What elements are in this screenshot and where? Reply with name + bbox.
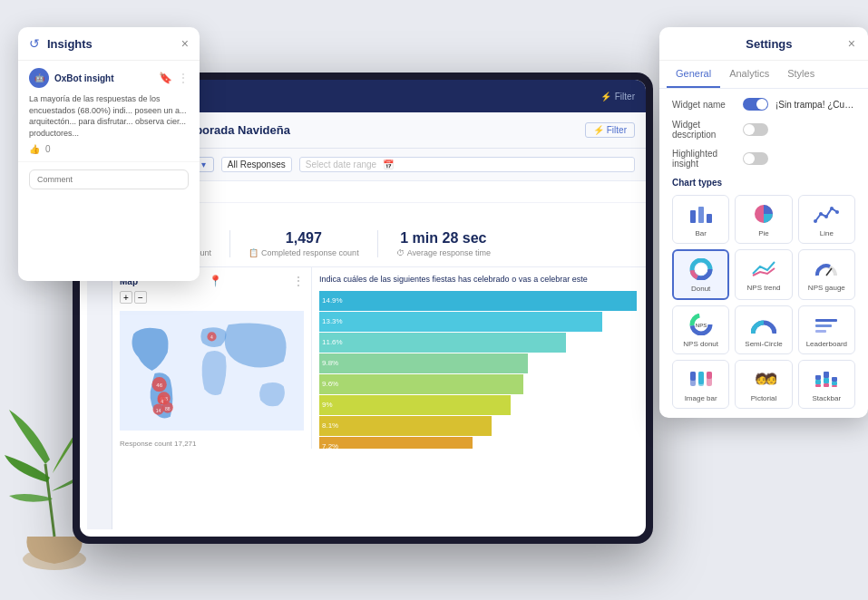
bar-segment: 7.2%	[319, 437, 473, 449]
bar-row: 9.6%	[319, 374, 639, 394]
svg-rect-34	[815, 330, 826, 333]
chart-type-label: Leaderboard	[806, 340, 847, 348]
settings-close-button[interactable]: ×	[848, 36, 855, 51]
chart-type-donut[interactable]: Donut	[672, 249, 729, 300]
avg-response-value: 1 min 28 sec	[400, 230, 486, 247]
svg-rect-40	[707, 372, 712, 379]
highlighted-insight-toggle[interactable]	[743, 152, 768, 165]
response-status-select[interactable]: All Responses	[221, 157, 292, 172]
settings-title: Settings	[690, 37, 848, 51]
chart-type-pie[interactable]: Pie	[735, 195, 792, 244]
bar-segment: 9.8%	[319, 353, 528, 373]
insight-item-header: 🤖 OxBot insight 🔖 ⋮	[29, 68, 189, 88]
svg-point-21	[830, 207, 834, 210]
chart-type-nps-trend[interactable]: NPS trend	[735, 249, 792, 300]
svg-rect-38	[698, 372, 704, 384]
settings-tabs: General Analytics Styles	[659, 61, 868, 89]
svg-rect-49	[832, 377, 837, 382]
svg-rect-14	[690, 210, 696, 223]
settings-body: Widget name ¡Sin trampa! ¿Cuál fue el pr…	[659, 89, 868, 418]
bar-row: 11.6%	[319, 333, 639, 353]
highlighted-insight-label: Highlighted insight	[672, 149, 736, 169]
bar-row: 8.1%	[319, 416, 639, 436]
chart-type-image-bar[interactable]: Image bar	[672, 360, 729, 409]
zoom-out-button[interactable]: −	[134, 291, 147, 304]
semi-circle-icon	[749, 312, 778, 337]
bar-row: 9.8%	[319, 353, 639, 373]
bar-row: 9%	[319, 395, 639, 415]
svg-point-20	[824, 215, 828, 218]
bookmark-icon[interactable]: 🔖	[159, 72, 172, 84]
completed-response-label: 📋 Completed response count	[249, 248, 359, 257]
widget-description-label: Widget description	[672, 120, 736, 140]
widget-name-toggle[interactable]	[743, 98, 768, 111]
chart-type-label: Semi-Circle	[745, 340, 782, 348]
svg-rect-16	[707, 214, 712, 223]
nps-gauge-icon	[812, 256, 841, 281]
navbar-filter-button[interactable]: ⚡ Filter	[585, 122, 635, 138]
highlighted-insight-row: Highlighted insight	[672, 149, 855, 169]
svg-rect-47	[824, 378, 829, 383]
widget-description-toggle[interactable]	[743, 123, 768, 136]
chart-types-title: Chart types	[672, 178, 855, 188]
chart-type-bar[interactable]: Bar	[672, 195, 729, 244]
bar-row: 14.9%	[319, 291, 639, 311]
bar-segment: 14.9%	[319, 291, 637, 311]
chart-type-nps-gauge[interactable]: NPS gauge	[798, 249, 855, 300]
svg-point-19	[819, 212, 823, 216]
filter-button[interactable]: ⚡ Filter	[600, 92, 635, 102]
widget-name-label: Widget name	[672, 100, 736, 110]
nps-trend-icon	[749, 256, 778, 281]
comment-input[interactable]	[29, 169, 189, 189]
tab-analytics[interactable]: Analytics	[720, 61, 778, 88]
svg-text:🧑: 🧑	[765, 372, 776, 385]
chart-type-line[interactable]: Line	[798, 195, 855, 244]
bar-row: 7.2%	[319, 437, 639, 449]
charts-row: Map 📍 ⋮ + −	[112, 267, 646, 449]
completed-response-value: 1,497	[286, 230, 322, 247]
zoom-in-button[interactable]: +	[120, 291, 132, 304]
tab-styles[interactable]: Styles	[778, 61, 824, 88]
tab-general[interactable]: General	[667, 61, 720, 88]
map-response-count: Response count 17,271	[120, 440, 304, 448]
chart-type-pictorial[interactable]: 🧑🧑Pictorial	[735, 360, 792, 409]
like-icon[interactable]: 👍	[29, 144, 40, 154]
bar-segment: 9.6%	[319, 374, 523, 394]
chart-type-label: NPS trend	[747, 284, 781, 292]
chart-type-nps-donut[interactable]: NPSNPS donut	[672, 305, 729, 354]
chart-type-label: Bar	[695, 229, 706, 237]
svg-point-26	[696, 264, 707, 275]
svg-line-27	[826, 268, 832, 276]
insights-close-button[interactable]: ×	[181, 36, 189, 51]
image-bar-icon	[687, 366, 716, 392]
map-location-icon: 📍	[209, 275, 222, 287]
svg-rect-44	[815, 380, 821, 384]
chart-types-grid: BarPieLineDonutNPS trendNPS gaugeNPSNPS …	[672, 195, 855, 409]
completed-response-stat: 1,497 📋 Completed response count	[249, 230, 359, 257]
chart-type-label: Line	[820, 229, 834, 237]
svg-point-18	[814, 219, 817, 223]
chart-type-label: NPS donut	[683, 340, 718, 348]
date-filter-input[interactable]: Select date range 📅	[299, 157, 635, 172]
leaderboard-icon	[812, 312, 841, 337]
svg-rect-36	[690, 372, 696, 381]
bar-segment: 13.3%	[319, 312, 602, 332]
chart-type-label: Image bar	[685, 394, 717, 402]
chart-type-semi-circle[interactable]: Semi-Circle	[735, 305, 792, 354]
map-widget: Map 📍 ⋮ + −	[112, 267, 312, 449]
donut-icon	[687, 256, 716, 282]
svg-text:46: 46	[156, 382, 162, 388]
map-menu-icon[interactable]: ⋮	[293, 275, 304, 287]
bar-segment: 8.1%	[319, 416, 492, 436]
svg-rect-32	[815, 319, 837, 322]
chart-type-leaderboard[interactable]: Leaderboard	[798, 305, 855, 354]
chart-type-stackbar[interactable]: Stackbar	[798, 360, 855, 409]
insights-title: Insights	[47, 37, 174, 51]
refresh-button[interactable]: ↺	[29, 36, 40, 51]
settings-panel-header: Settings ×	[659, 27, 868, 61]
insight-menu-icon[interactable]: ⋮	[178, 72, 189, 84]
insights-panel-header: ↺ Insights ×	[18, 27, 200, 61]
insight-actions: 👍 0	[29, 144, 189, 154]
like-count: 0	[45, 144, 51, 154]
svg-rect-15	[698, 207, 704, 223]
